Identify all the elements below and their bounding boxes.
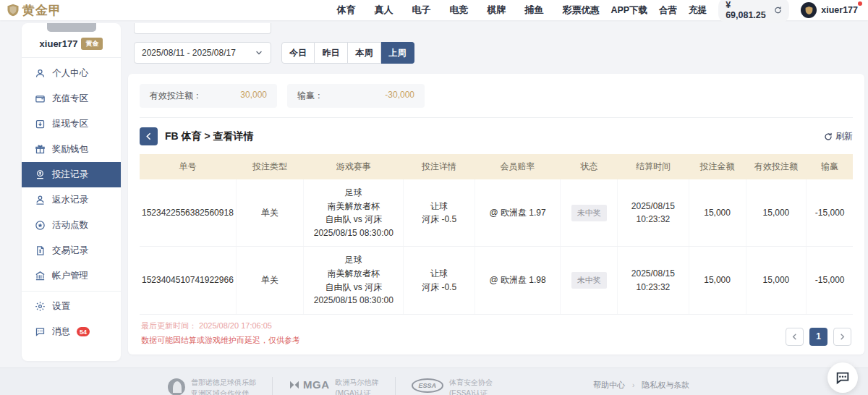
nav-fishing[interactable]: 捕鱼 xyxy=(524,4,543,17)
event-sport: 足球 xyxy=(306,186,401,200)
chat-icon xyxy=(835,370,851,386)
truncated-filter-input[interactable] xyxy=(134,23,271,34)
sidebar-item-label: 活动点数 xyxy=(52,219,88,232)
cell-detail: 让球 河床 -0.5 xyxy=(404,247,475,314)
sidebar-item-personal-center[interactable]: 个人中心 xyxy=(22,61,121,86)
cell-settle-time: 2025/08/15 10:23:32 xyxy=(618,179,689,247)
gold-shield-logo-icon xyxy=(6,3,20,17)
event-league: 南美解放者杯 xyxy=(306,200,401,213)
sidebar-item-deposit[interactable]: 充值专区 xyxy=(22,86,121,111)
refresh-label: 刷新 xyxy=(835,130,853,143)
cell-win-loss: -15,000 xyxy=(807,247,853,314)
section-title: FB 体育 > 查看详情 xyxy=(165,130,254,143)
chat-bubble-icon xyxy=(34,326,46,338)
event-sport: 足球 xyxy=(306,253,401,267)
event-league: 南美解放者杯 xyxy=(306,267,401,281)
disclaimer-text: 数据可能因结算或游戏维护而延迟，仅供参考 xyxy=(141,335,300,346)
nav-esports[interactable]: 电竞 xyxy=(449,4,468,17)
cert-line: 普那诺德足球俱乐部 xyxy=(191,377,256,388)
quick-today-button[interactable]: 今日 xyxy=(281,42,315,64)
withdraw-icon xyxy=(34,119,46,130)
sidebar-item-rebate-records[interactable]: 返水记录 xyxy=(22,187,121,213)
bank-icon xyxy=(34,271,46,282)
cell-bet-id: 1523404510741922966 xyxy=(140,247,236,314)
last-updated-text: 最后更新时间： 2025/08/20 17:06:05 xyxy=(141,320,300,331)
link-partner[interactable]: 合营 xyxy=(659,4,677,17)
sidebar-item-label: 帐户管理 xyxy=(52,270,88,282)
col-detail: 投注详情 xyxy=(404,154,475,179)
cell-odds: @ 欧洲盘 1.97 xyxy=(475,179,560,247)
page-body: xiuer177 黄金 个人中心 充值专区 提现专区 奖励钱包 xyxy=(0,20,868,361)
prev-page-button[interactable] xyxy=(786,328,804,346)
date-range-select[interactable]: 2025/08/11 - 2025/08/17 xyxy=(134,42,271,64)
valid-bet-label: 有效投注额： xyxy=(150,90,202,102)
col-status: 状态 xyxy=(561,154,618,179)
club-logo-icon xyxy=(168,377,185,395)
sidebar-item-label: 消息 xyxy=(52,326,70,338)
sidebar-item-withdraw[interactable]: 提现专区 xyxy=(22,111,121,137)
sidebar-item-reward-wallet[interactable]: 奖励钱包 xyxy=(22,137,121,162)
avatar-shield-icon xyxy=(804,6,814,15)
cell-win-loss: -15,000 xyxy=(807,179,853,247)
sidebar-item-account-management[interactable]: 帐户管理 xyxy=(22,263,121,289)
quick-last-week-button[interactable]: 上周 xyxy=(381,42,414,64)
col-event: 游戏赛事 xyxy=(304,154,404,179)
menu-divider xyxy=(22,291,121,292)
col-valid-amount: 有效投注额 xyxy=(746,154,807,179)
balance-chip[interactable]: ¥ 69,081.25 xyxy=(718,0,789,23)
nav-slots[interactable]: 电子 xyxy=(412,4,430,17)
site-logo[interactable]: 黄金甲 xyxy=(6,2,127,19)
col-odds: 会员赔率 xyxy=(475,154,560,179)
sidebar-item-label: 奖励钱包 xyxy=(52,143,88,156)
quick-date-buttons: 今日 昨日 本周 上周 xyxy=(281,42,414,64)
sidebar-menu: 个人中心 充值专区 提现专区 奖励钱包 投注记录 返水记录 xyxy=(22,58,121,347)
event-time: 2025/08/15 08:30:00 xyxy=(306,226,401,240)
quick-yesterday-button[interactable]: 昨日 xyxy=(315,42,348,64)
table-header-row: 单号 投注类型 游戏赛事 投注详情 会员赔率 状态 结算时间 投注金额 有效投注… xyxy=(140,154,853,179)
card-bottom: 最后更新时间： 2025/08/20 17:06:05 数据可能因结算或游戏维护… xyxy=(140,315,853,349)
user-menu[interactable]: xiuer177 xyxy=(801,2,861,18)
bet-records-table: 单号 投注类型 游戏赛事 投注详情 会员赔率 状态 结算时间 投注金额 有效投注… xyxy=(140,154,853,315)
refresh-button[interactable]: 刷新 xyxy=(824,130,853,143)
cell-status: 未中奖 xyxy=(561,179,618,247)
next-page-button[interactable] xyxy=(833,328,851,346)
link-promos[interactable]: 优惠 xyxy=(581,4,599,17)
sidebar-item-label: 设置 xyxy=(52,300,70,313)
nav-sports[interactable]: 体育 xyxy=(336,4,355,17)
quick-this-week-button[interactable]: 本周 xyxy=(348,42,381,64)
sidebar-item-messages[interactable]: 消息 54 xyxy=(22,319,121,344)
sidebar-item-label: 提现专区 xyxy=(52,118,88,130)
sidebar-item-settings[interactable]: 设置 xyxy=(22,294,121,319)
notification-dot xyxy=(858,1,862,6)
live-chat-button[interactable] xyxy=(827,362,858,393)
cell-event: 足球 南美解放者杯 自由队 vs 河床 2025/08/15 08:30:00 xyxy=(304,247,404,314)
link-deposit-withdraw[interactable]: 充提 xyxy=(689,4,707,17)
help-center-link[interactable]: 帮助中心 xyxy=(593,380,625,391)
sidebar-item-bet-records[interactable]: 投注记录 xyxy=(22,162,121,187)
table-row: 1523422556382560918 单关 足球 南美解放者杯 自由队 vs … xyxy=(140,179,853,247)
win-loss-summary: 输赢： -30,000 xyxy=(287,84,425,108)
balance-value: ¥ 69,081.25 xyxy=(726,0,770,20)
current-page-button[interactable]: 1 xyxy=(809,328,827,346)
cell-amount: 15,000 xyxy=(689,247,746,314)
settle-clock: 10:23:32 xyxy=(620,213,686,226)
cert-football-club: 普那诺德足球俱乐部 亚洲区域合作伙伴 xyxy=(152,377,272,395)
section-header: FB 体育 > 查看详情 刷新 xyxy=(140,118,853,154)
sidebar-username: xiuer177 xyxy=(40,38,78,49)
sidebar-item-activity-points[interactable]: 活动点数 xyxy=(22,213,121,238)
mga-logo-text: MGA xyxy=(303,378,330,391)
refresh-balance-icon[interactable] xyxy=(774,6,782,14)
back-button[interactable] xyxy=(140,127,158,145)
cell-bet-id: 1523422556382560918 xyxy=(140,179,236,247)
chevron-left-icon xyxy=(791,333,799,341)
link-app-download[interactable]: APP下载 xyxy=(610,4,647,17)
sidebar-item-transactions[interactable]: 交易记录 xyxy=(22,238,121,263)
privacy-terms-link[interactable]: 隐私权与条款 xyxy=(642,380,689,391)
sidebar-user-block: xiuer177 黄金 xyxy=(22,23,121,58)
nav-cards[interactable]: 棋牌 xyxy=(487,4,506,17)
nav-live[interactable]: 真人 xyxy=(374,4,393,17)
nav-lottery[interactable]: 彩票 xyxy=(562,4,581,17)
topbar-right: 优惠 APP下载 合营 充提 ¥ 69,081.25 xiuer177 xyxy=(581,0,861,23)
col-amount: 投注金额 xyxy=(689,154,746,179)
table-row: 1523404510741922966 单关 足球 南美解放者杯 自由队 vs … xyxy=(140,247,853,314)
